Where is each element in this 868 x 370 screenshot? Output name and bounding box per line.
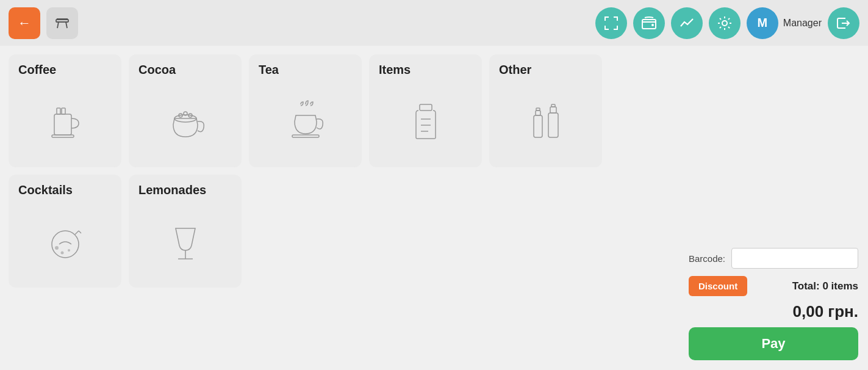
barcode-input[interactable] <box>731 248 858 269</box>
category-grid: Coffee Cocoa <box>9 54 670 288</box>
category-name-items: Items <box>379 63 411 77</box>
main: Coffee Cocoa <box>0 46 868 370</box>
back-button[interactable]: ← <box>9 7 40 39</box>
fullscreen-icon <box>603 15 619 31</box>
coffee-icon <box>18 82 112 161</box>
cocoa-icon <box>138 82 232 161</box>
svg-point-5 <box>651 24 654 26</box>
svg-rect-21 <box>536 111 540 115</box>
avatar: M <box>747 7 778 39</box>
svg-rect-22 <box>536 108 540 111</box>
svg-rect-9 <box>62 108 65 114</box>
svg-rect-7 <box>54 114 71 135</box>
svg-rect-23 <box>548 113 558 137</box>
svg-rect-24 <box>550 107 556 113</box>
total-items-label: Total: 0 items <box>792 280 858 292</box>
svg-rect-8 <box>57 108 60 114</box>
wallet-button[interactable] <box>633 7 665 39</box>
barcode-row: Barcode: <box>689 248 858 269</box>
barcode-label: Barcode: <box>689 253 725 264</box>
bottom-section: Discount Total: 0 items 0,00 грн. Pay <box>689 276 858 360</box>
table-button[interactable] <box>46 7 78 39</box>
other-icon <box>499 82 592 161</box>
category-card-lemonades[interactable]: Lemonades <box>129 175 242 288</box>
logout-icon <box>836 15 852 31</box>
cocktails-icon <box>18 202 112 281</box>
svg-rect-20 <box>534 115 542 137</box>
svg-line-2 <box>66 22 67 28</box>
svg-point-31 <box>68 249 70 252</box>
category-card-coffee[interactable]: Coffee <box>9 54 121 167</box>
category-area: Coffee Cocoa <box>0 46 679 370</box>
pay-button[interactable]: Pay <box>689 327 858 360</box>
category-name-other: Other <box>499 63 531 77</box>
svg-line-27 <box>75 231 79 234</box>
category-card-tea[interactable]: Tea <box>249 54 362 167</box>
lemonades-icon <box>138 202 232 281</box>
discount-total-row: Discount Total: 0 items <box>689 276 858 296</box>
header-right: M Manager <box>595 7 859 39</box>
category-card-other[interactable]: Other <box>489 54 602 167</box>
category-name-tea: Tea <box>259 63 279 77</box>
chart-icon <box>679 15 695 31</box>
svg-point-30 <box>60 252 63 255</box>
svg-point-26 <box>52 231 79 258</box>
wallet-icon <box>641 15 657 31</box>
category-name-cocktails: Cocktails <box>18 183 73 197</box>
category-card-cocktails[interactable]: Cocktails <box>9 175 121 288</box>
back-icon: ← <box>18 15 31 31</box>
total-amount: 0,00 грн. <box>689 302 858 321</box>
svg-line-1 <box>57 22 59 28</box>
svg-rect-16 <box>420 104 432 111</box>
category-card-cocoa[interactable]: Cocoa <box>129 54 242 167</box>
chart-button[interactable] <box>671 7 703 39</box>
table-icon <box>54 15 71 32</box>
svg-line-28 <box>79 231 81 233</box>
right-panel: Barcode: Discount Total: 0 items 0,00 гр… <box>679 46 868 370</box>
category-name-lemonades: Lemonades <box>138 183 206 197</box>
items-icon <box>379 82 472 161</box>
category-name-coffee: Coffee <box>18 63 56 77</box>
svg-rect-0 <box>56 20 68 22</box>
user-name: Manager <box>783 18 822 29</box>
svg-point-29 <box>55 246 59 250</box>
settings-button[interactable] <box>709 7 741 39</box>
svg-point-6 <box>722 21 727 26</box>
svg-rect-25 <box>551 104 555 107</box>
category-card-items[interactable]: Items <box>369 54 482 167</box>
settings-icon <box>717 15 733 31</box>
svg-rect-10 <box>52 135 74 137</box>
fullscreen-button[interactable] <box>595 7 627 39</box>
svg-rect-15 <box>292 135 319 137</box>
discount-button[interactable]: Discount <box>689 276 747 296</box>
header-left: ← <box>9 7 78 39</box>
tea-icon <box>259 82 352 161</box>
category-name-cocoa: Cocoa <box>138 63 176 77</box>
svg-rect-4 <box>642 20 656 29</box>
user-info: M Manager <box>747 7 822 39</box>
logout-button[interactable] <box>828 7 859 39</box>
header: ← <box>0 0 868 46</box>
